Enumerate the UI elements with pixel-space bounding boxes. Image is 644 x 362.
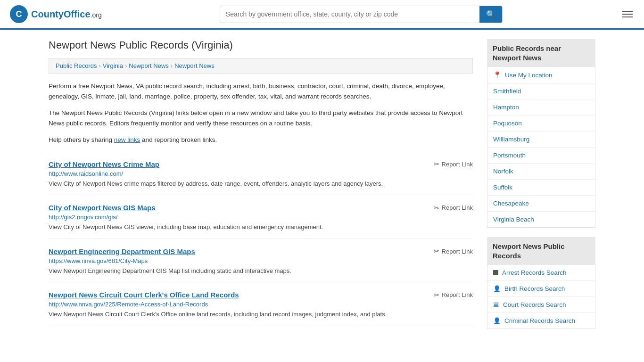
list-item: Hampton [487,99,595,115]
description-3: Help others by sharing new links and rep… [49,135,473,145]
report-link-button[interactable]: ✂ Report Link [434,291,473,299]
sidebar-item-criminal-records[interactable]: 👤 Criminal Records Search [487,313,595,329]
logo-icon: C [9,5,28,24]
sidebar-item-court-records[interactable]: 🏛 Court Records Search [487,297,595,313]
report-link-button[interactable]: ✂ Report Link [434,204,473,212]
record-item: Newport Engineering Department GIS Maps … [49,239,473,283]
nn-records-section: Newport News Public Records Arrest Recor… [487,237,595,329]
breadcrumb-sep-3: › [171,62,173,69]
location-pin-icon: 📍 [493,71,501,79]
nearby-section: Public Records near Newport News 📍 Use M… [487,39,595,228]
record-desc: View City of Newport News GIS viewer, in… [49,222,473,232]
report-link-button[interactable]: ✂ Report Link [434,247,473,255]
record-url[interactable]: http://gis2.nngov.com/gis/ [49,214,473,221]
list-item: Poquoson [487,115,595,132]
list-item: 📍 Use My Location [487,67,595,83]
record-header: Newport News Circuit Court Clerk's Offic… [49,291,473,299]
record-url[interactable]: https://www.nnva.gov/681/City-Maps [49,257,473,264]
record-desc: View Newport News Circuit Court Clerk's … [49,310,473,319]
record-item: City of Newport News GIS Maps ✂ Report L… [49,195,473,239]
report-label: Report Link [442,291,473,298]
sidebar-item-chesapeake[interactable]: Chesapeake [487,196,595,211]
person-icon: 👤 [493,285,501,292]
search-area: 🔍 [220,6,503,23]
search-input[interactable] [220,7,479,22]
sidebar-item-label: Birth Records Search [504,285,565,292]
sidebar-item-label: Arrest Records Search [502,269,567,276]
description-1: Perform a free Newport News, VA public r… [49,81,473,101]
list-item: 👤 Criminal Records Search [487,313,595,329]
sidebar-item-portsmouth[interactable]: Portsmouth [487,148,595,163]
sidebar-item-arrest-records[interactable]: Arrest Records Search [487,265,595,280]
nn-records-list: Arrest Records Search 👤 Birth Records Se… [487,265,595,329]
sidebar-item-birth-records[interactable]: 👤 Birth Records Search [487,281,595,296]
record-title[interactable]: Newport Engineering Department GIS Maps [49,247,195,255]
report-label: Report Link [442,161,473,168]
breadcrumb-public-records[interactable]: Public Records [56,62,97,69]
sidebar-item-label: Smithfield [493,88,521,95]
sidebar-item-use-my-location[interactable]: 📍 Use My Location [487,67,595,83]
sidebar-item-norfolk[interactable]: Norfolk [487,164,595,179]
record-title[interactable]: City of Newport News Crime Map [49,160,159,168]
search-button[interactable]: 🔍 [479,6,502,23]
list-item: Norfolk [487,164,595,180]
sidebar: Public Records near Newport News 📍 Use M… [487,39,595,338]
sidebar-item-hampton[interactable]: Hampton [487,99,595,115]
hamburger-menu-icon[interactable] [620,9,635,19]
site-header: C CountyOffice.org 🔍 [0,0,644,30]
list-item: Portsmouth [487,148,595,164]
sidebar-item-label: Criminal Records Search [504,317,575,324]
breadcrumb-sep-2: › [125,62,127,69]
desc3-prefix: Help others by sharing [49,136,114,143]
building-icon: 🏛 [493,301,499,308]
list-item: 🏛 Court Records Search [487,297,595,313]
record-header: City of Newport News GIS Maps ✂ Report L… [49,204,473,212]
record-title[interactable]: Newport News Circuit Court Clerk's Offic… [49,291,239,299]
sidebar-item-label: Portsmouth [493,152,526,159]
breadcrumb-newport-news-1[interactable]: Newport News [129,62,169,69]
list-item: Chesapeake [487,196,595,212]
report-link-button[interactable]: ✂ Report Link [434,160,473,168]
record-item: City of Newport News Crime Map ✂ Report … [49,152,473,196]
record-title[interactable]: City of Newport News GIS Maps [49,204,156,212]
logo-text: CountyOffice.org [31,9,102,20]
record-url[interactable]: http://www.nnva.gov/225/Remote-Access-of… [49,301,473,308]
report-icon: ✂ [434,160,439,168]
sidebar-item-label: Use My Location [505,72,553,79]
sidebar-item-poquoson[interactable]: Poquoson [487,115,595,131]
report-label: Report Link [442,204,473,211]
breadcrumb-newport-news-2[interactable]: Newport News [174,62,215,69]
square-icon [493,270,498,275]
main-wrapper: Newport News Public Records (Virginia) P… [39,30,605,348]
logo-area[interactable]: C CountyOffice.org [9,5,102,24]
sidebar-item-label: Court Records Search [503,301,566,308]
list-item: Smithfield [487,83,595,99]
sidebar-item-suffolk[interactable]: Suffolk [487,180,595,195]
list-item: 👤 Birth Records Search [487,281,595,297]
search-input-wrapper: 🔍 [220,6,503,23]
sidebar-item-williamsburg[interactable]: Williamsburg [487,132,595,147]
sidebar-item-label: Chesapeake [493,200,529,207]
report-icon: ✂ [434,247,439,255]
record-header: City of Newport News Crime Map ✂ Report … [49,160,473,168]
list-item: Arrest Records Search [487,265,595,281]
svg-text:C: C [16,9,22,19]
list-item: Suffolk [487,180,595,196]
description-2: The Newport News Public Records (Virgini… [49,108,473,128]
list-item: Virginia Beach [487,212,595,227]
sidebar-item-virginia-beach[interactable]: Virginia Beach [487,212,595,227]
breadcrumb: Public Records › Virginia › Newport News… [49,58,473,74]
nearby-heading: Public Records near Newport News [487,39,595,67]
sidebar-item-smithfield[interactable]: Smithfield [487,83,595,99]
nn-records-heading: Newport News Public Records [487,237,595,265]
sidebar-item-label: Hampton [493,104,519,111]
record-url[interactable]: http://www.raidsonline.com/ [49,170,473,177]
sidebar-item-label: Williamsburg [493,136,529,143]
new-links-link[interactable]: new links [114,136,140,143]
report-icon: ✂ [434,291,439,299]
list-item: Williamsburg [487,132,595,148]
record-desc: View Newport Engineering Department GIS … [49,266,473,276]
record-header: Newport Engineering Department GIS Maps … [49,247,473,255]
breadcrumb-virginia[interactable]: Virginia [103,62,123,69]
person-icon: 👤 [493,317,501,324]
